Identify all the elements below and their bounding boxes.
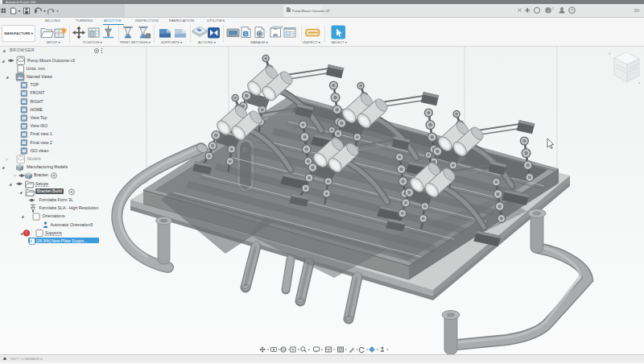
svg-text:D: D	[147, 34, 150, 38]
svg-text:DV: DV	[634, 9, 639, 13]
svg-text:G: G	[245, 32, 248, 36]
svg-text:1: 1	[552, 7, 554, 10]
svg-text:✓: ✓	[547, 9, 551, 13]
svg-text:?: ?	[571, 8, 573, 13]
